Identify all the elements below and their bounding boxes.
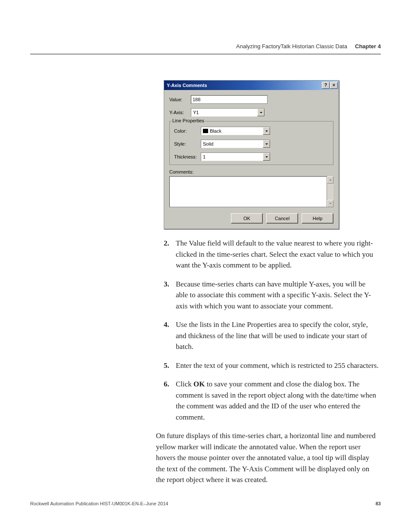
line-properties-group: Line Properties Color: Black Style:	[169, 121, 333, 165]
scroll-down-icon[interactable]	[327, 200, 333, 207]
step-2: 2. The Value field will default to the v…	[164, 238, 379, 271]
explanatory-paragraph: On future displays of this time-series c…	[156, 430, 380, 485]
thickness-dropdown[interactable]: 1	[201, 152, 271, 161]
cancel-button[interactable]: Cancel	[266, 213, 298, 224]
value-label: Value:	[169, 97, 191, 102]
step-text: Enter the text of your comment, which is…	[176, 360, 379, 371]
step-5: 5. Enter the text of your comment, which…	[164, 360, 379, 371]
comments-scrollbar[interactable]	[327, 176, 333, 207]
step-text: Because time-series charts can have mult…	[176, 279, 379, 312]
step-number: 5.	[164, 360, 171, 371]
step-number: 3.	[164, 279, 171, 312]
line-properties-legend: Line Properties	[171, 118, 205, 123]
page-header: Analyzing FactoryTalk Historian Classic …	[30, 43, 381, 54]
step-number: 6.	[164, 379, 171, 423]
style-label: Style:	[174, 141, 201, 146]
page-number: 83	[376, 501, 381, 506]
step-3: 3. Because time-series charts can have m…	[164, 279, 379, 312]
step-number: 2.	[164, 238, 171, 271]
step-number: 4.	[164, 319, 171, 352]
yaxis-selected: Y1	[191, 110, 257, 115]
step-text: Use the lists in the Line Properties are…	[176, 319, 379, 352]
thickness-selected: 1	[201, 154, 263, 159]
page-footer: Rockwell Automation Publication HIST-UM0…	[30, 501, 381, 506]
thickness-label: Thickness:	[174, 154, 201, 159]
style-selected: Solid	[201, 141, 263, 146]
chevron-down-icon	[257, 109, 265, 116]
comments-label: Comments:	[169, 169, 333, 174]
chevron-down-icon	[263, 153, 270, 161]
scroll-up-icon[interactable]	[327, 176, 333, 184]
step-4: 4. Use the lists in the Line Properties …	[164, 319, 379, 352]
help-button[interactable]: Help	[302, 213, 333, 224]
comments-textarea[interactable]	[169, 176, 327, 207]
style-dropdown[interactable]: Solid	[201, 140, 271, 148]
step-text: Click OK to save your comment and close …	[176, 379, 379, 423]
header-chapter: Chapter 4	[355, 43, 381, 50]
publication-line: Rockwell Automation Publication HIST-UM0…	[30, 501, 168, 506]
dialog-title: Y-Axis Comments	[167, 83, 207, 88]
step-text: The Value field will default to the valu…	[176, 238, 379, 271]
dialog-titlebar[interactable]: Y-Axis Comments ? ×	[164, 81, 339, 90]
instruction-steps: 2. The Value field will default to the v…	[164, 238, 379, 423]
value-input[interactable]	[191, 95, 268, 104]
chevron-down-icon	[263, 140, 270, 148]
yaxis-dropdown[interactable]: Y1	[191, 108, 265, 117]
color-selected: Black	[210, 128, 221, 134]
header-section: Analyzing FactoryTalk Historian Classic …	[236, 43, 347, 50]
yaxis-label: Y-Axis:	[169, 110, 191, 115]
chevron-down-icon	[263, 127, 270, 135]
close-icon[interactable]: ×	[330, 82, 338, 89]
ok-button[interactable]: OK	[231, 213, 263, 224]
help-icon[interactable]: ?	[322, 82, 330, 89]
color-swatch-icon	[203, 129, 208, 133]
color-label: Color:	[174, 128, 201, 134]
y-axis-comments-dialog: Y-Axis Comments ? × Value: Y-Axis: Y1	[164, 80, 339, 229]
color-dropdown[interactable]: Black	[201, 127, 271, 135]
step-6: 6. Click OK to save your comment and clo…	[164, 379, 379, 423]
